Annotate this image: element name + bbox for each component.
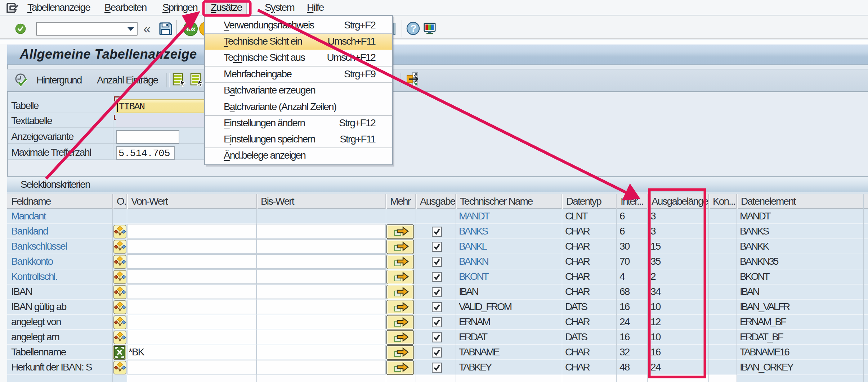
- svg-text:?: ?: [410, 23, 416, 34]
- svg-text:««: ««: [186, 23, 196, 34]
